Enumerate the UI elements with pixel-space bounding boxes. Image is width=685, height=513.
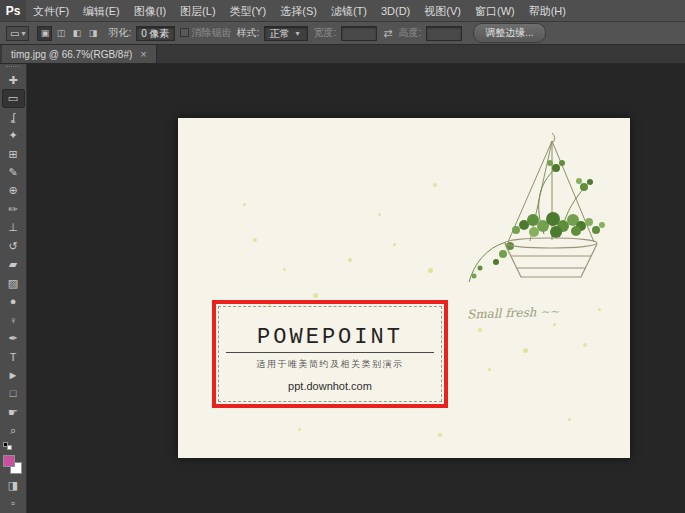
refine-edge-button[interactable]: 调整边缘... bbox=[473, 23, 545, 43]
subtract-selection-icon: ◧ bbox=[73, 28, 82, 38]
new-selection-button[interactable]: ▣ bbox=[37, 26, 52, 41]
gradient-tool[interactable]: ▨ bbox=[2, 274, 25, 292]
quick-selection-tool[interactable]: ✦ bbox=[2, 126, 25, 144]
decor-dot bbox=[313, 293, 318, 298]
blur-tool[interactable]: ● bbox=[2, 292, 25, 310]
foreground-color-swatch[interactable] bbox=[3, 455, 15, 467]
eraser-tool[interactable]: ▰ bbox=[2, 256, 25, 274]
decor-dot bbox=[583, 343, 587, 347]
hand-tool[interactable]: ☛ bbox=[2, 403, 25, 421]
decor-dot bbox=[378, 213, 381, 216]
decor-dot bbox=[433, 183, 437, 187]
default-colors-icon[interactable] bbox=[3, 442, 15, 450]
width-input[interactable] bbox=[341, 26, 377, 41]
lasso-icon: ʆ bbox=[11, 112, 15, 123]
decor-dot bbox=[478, 328, 482, 332]
decor-dot bbox=[568, 418, 571, 421]
menu-layer[interactable]: 图层(L) bbox=[173, 0, 222, 21]
menu-view[interactable]: 视图(V) bbox=[417, 0, 468, 21]
menu-edit[interactable]: 编辑(E) bbox=[76, 0, 127, 21]
intersect-selection-button[interactable]: ◨ bbox=[85, 26, 100, 41]
color-swatches bbox=[2, 453, 25, 476]
new-selection-icon: ▣ bbox=[41, 28, 50, 38]
path-selection-tool[interactable]: ► bbox=[2, 366, 25, 384]
quick-mask-button[interactable]: ◨ bbox=[2, 476, 25, 494]
menu-file[interactable]: 文件(F) bbox=[26, 0, 76, 21]
menu-filter[interactable]: 滤镜(T) bbox=[324, 0, 374, 21]
brush-tool[interactable]: ✏ bbox=[2, 200, 25, 218]
swap-dimensions-icon[interactable]: ⇄ bbox=[382, 27, 393, 40]
width-label: 宽度: bbox=[313, 26, 336, 40]
brush-icon: ✏ bbox=[8, 204, 17, 215]
workspace: ✚ ▭ ʆ ✦ ⊞ ✎ ⊕ ✏ ⊥ ↺ ▰ ▨ ● ♀ ✒ T ► □ ☛ ⌕ … bbox=[0, 64, 685, 513]
healing-brush-icon: ⊕ bbox=[8, 185, 17, 196]
menu-select[interactable]: 选择(S) bbox=[273, 0, 324, 21]
marquee-icon: ▭ bbox=[8, 93, 18, 104]
rectangular-marquee-tool[interactable]: ▭ bbox=[2, 89, 25, 108]
crop-icon: ⊞ bbox=[8, 149, 17, 160]
clone-stamp-tool[interactable]: ⊥ bbox=[2, 219, 25, 237]
zoom-icon: ⌕ bbox=[10, 425, 16, 436]
subtract-selection-button[interactable]: ◧ bbox=[69, 26, 84, 41]
chevron-down-icon: ▾ bbox=[295, 27, 299, 40]
document-tab-title: timg.jpg @ 66.7%(RGB/8#) bbox=[11, 49, 132, 60]
decor-dot bbox=[283, 268, 286, 271]
document-canvas[interactable]: Small fresh ∼∼ POWEPOINT 适用于唯美简约及相关类别演示 … bbox=[178, 118, 630, 458]
antialias-checkbox[interactable]: 消除锯齿 bbox=[180, 26, 232, 40]
eyedropper-tool[interactable]: ✎ bbox=[2, 163, 25, 181]
decor-dot bbox=[488, 368, 491, 371]
crop-tool[interactable]: ⊞ bbox=[2, 145, 25, 163]
decor-dot bbox=[393, 243, 396, 246]
style-value: 正常 bbox=[269, 27, 289, 40]
add-selection-icon: ◫ bbox=[57, 28, 66, 38]
screen-mode-icon: ▫ bbox=[11, 498, 15, 509]
move-tool[interactable]: ✚ bbox=[2, 71, 25, 89]
shape-tool[interactable]: □ bbox=[2, 385, 25, 403]
menu-window[interactable]: 窗口(W) bbox=[468, 0, 522, 21]
height-input[interactable] bbox=[426, 26, 462, 41]
dodge-tool[interactable]: ♀ bbox=[2, 311, 25, 329]
type-tool[interactable]: T bbox=[2, 348, 25, 366]
marquee-preset-icon: ▭ bbox=[10, 28, 19, 39]
document-tab[interactable]: timg.jpg @ 66.7%(RGB/8#) × bbox=[2, 45, 157, 63]
height-label: 高度: bbox=[398, 26, 421, 40]
screen-mode-button[interactable]: ▫ bbox=[2, 495, 25, 513]
tool-palette: ✚ ▭ ʆ ✦ ⊞ ✎ ⊕ ✏ ⊥ ↺ ▰ ▨ ● ♀ ✒ T ► □ ☛ ⌕ … bbox=[0, 64, 27, 513]
add-selection-button[interactable]: ◫ bbox=[53, 26, 68, 41]
chevron-down-icon: ▾ bbox=[21, 29, 25, 38]
type-icon: T bbox=[10, 352, 17, 363]
pen-tool[interactable]: ✒ bbox=[2, 329, 25, 347]
slide-subtitle: 适用于唯美简约及相关类别演示 bbox=[257, 358, 404, 371]
feather-label: 羽化: bbox=[108, 26, 131, 40]
slide-title-underline: POWEPOINT bbox=[226, 325, 434, 353]
decor-dot bbox=[523, 348, 528, 353]
healing-brush-tool[interactable]: ⊕ bbox=[2, 182, 25, 200]
options-bar: ▭ ▾ ▣ ◫ ◧ ◨ 羽化: 0 像素 消除锯齿 样式: 正常 ▾ 宽度: ⇄… bbox=[0, 22, 685, 45]
close-icon[interactable]: × bbox=[140, 48, 146, 60]
menu-image[interactable]: 图像(I) bbox=[127, 0, 173, 21]
menu-3d[interactable]: 3D(D) bbox=[374, 0, 417, 21]
gradient-icon: ▨ bbox=[8, 278, 18, 289]
clone-stamp-icon: ⊥ bbox=[8, 222, 18, 233]
tool-preset-picker[interactable]: ▭ ▾ bbox=[6, 26, 29, 41]
style-label: 样式: bbox=[237, 26, 260, 40]
history-brush-icon: ↺ bbox=[8, 241, 17, 252]
caption-text: Small fresh bbox=[467, 305, 537, 321]
intersect-selection-icon: ◨ bbox=[89, 28, 98, 38]
lasso-tool[interactable]: ʆ bbox=[2, 108, 25, 126]
menu-help[interactable]: 帮助(H) bbox=[522, 0, 573, 21]
quick-mask-icon: ◨ bbox=[8, 480, 18, 491]
decor-dot bbox=[438, 433, 442, 437]
history-brush-tool[interactable]: ↺ bbox=[2, 237, 25, 255]
menu-type[interactable]: 类型(Y) bbox=[223, 0, 274, 21]
move-icon: ✚ bbox=[8, 75, 17, 86]
document-tab-bar: timg.jpg @ 66.7%(RGB/8#) × bbox=[0, 45, 685, 64]
marching-ants-selection: POWEPOINT 适用于唯美简约及相关类别演示 ppt.downhot.com bbox=[218, 306, 442, 402]
canvas-area[interactable]: Small fresh ∼∼ POWEPOINT 适用于唯美简约及相关类别演示 … bbox=[27, 64, 685, 513]
path-selection-icon: ► bbox=[8, 370, 19, 381]
feather-input[interactable]: 0 像素 bbox=[136, 26, 174, 41]
style-select[interactable]: 正常 ▾ bbox=[264, 26, 308, 41]
zoom-tool[interactable]: ⌕ bbox=[2, 422, 25, 440]
panel-grip[interactable] bbox=[6, 66, 20, 69]
annotation-rectangle: POWEPOINT 适用于唯美简约及相关类别演示 ppt.downhot.com bbox=[212, 300, 448, 408]
